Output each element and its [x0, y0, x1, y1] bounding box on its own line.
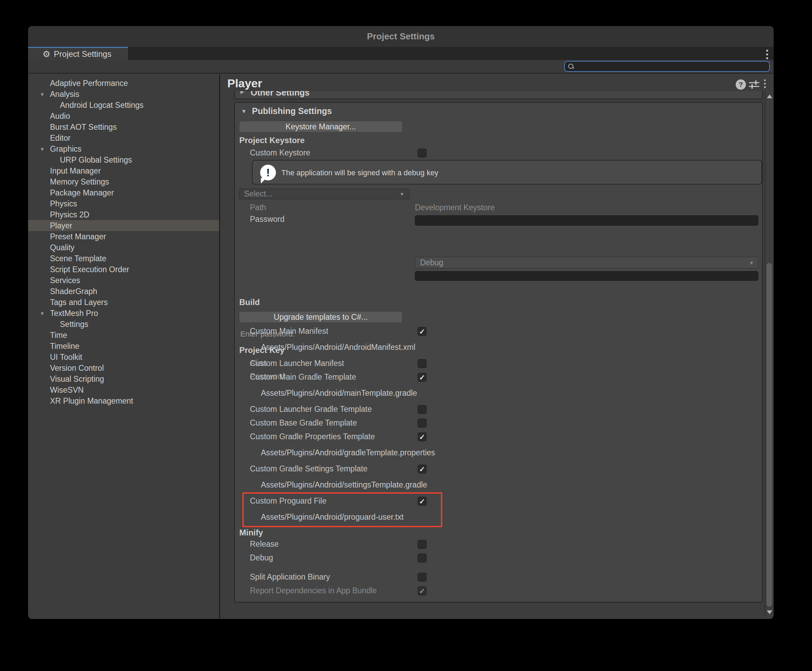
keystore-password-field[interactable] — [415, 215, 758, 226]
setting-row-split-application-binary: Split Application Binary — [235, 571, 761, 584]
info-text: The application will be signed with a de… — [281, 160, 439, 185]
setting-row-custom-base-gradle-template: Custom Base Gradle Template — [235, 416, 761, 430]
sidebar-item-settings[interactable]: Settings — [28, 319, 219, 330]
sidebar-item-physics[interactable]: Physics — [28, 198, 219, 209]
sidebar-item-label: Adaptive Performance — [50, 79, 128, 88]
key-password-field[interactable] — [415, 271, 758, 281]
sidebar-item-input-manager[interactable]: Input Manager — [28, 165, 219, 176]
scroll-down-icon[interactable] — [767, 610, 772, 614]
sidebar-item-urp-global-settings[interactable]: URP Global Settings — [28, 154, 219, 165]
sidebar-item-quality[interactable]: Quality — [28, 242, 219, 253]
keystore-manager-button[interactable]: Keystore Manager... — [239, 121, 403, 133]
search-toolbar — [28, 60, 774, 73]
asset-path-row: Assets/Plugins/Android/settingsTemplate.… — [235, 478, 761, 492]
sidebar-item-audio[interactable]: Audio — [28, 111, 219, 121]
setting-label: Custom Base Gradle Template — [250, 418, 357, 427]
checkbox-custom-base-gradle-template[interactable] — [418, 419, 427, 427]
foldout-open-icon[interactable]: ▼ — [40, 146, 45, 152]
preset-sliders-icon[interactable] — [749, 79, 759, 90]
dropdown-value: Debug — [420, 257, 443, 268]
checkbox-custom-main-gradle-template[interactable] — [418, 373, 427, 382]
sidebar-item-label: Scene Template — [50, 254, 106, 263]
tab-project-settings[interactable]: ⚙ Project Settings — [28, 47, 128, 60]
sidebar-item-services[interactable]: Services — [28, 275, 219, 286]
project-settings-window: Project Settings ⚙ Project Settings Adap… — [28, 26, 774, 619]
foldout-open-icon[interactable]: ▼ — [40, 91, 45, 97]
checkbox-custom-gradle-settings-template[interactable] — [418, 465, 427, 473]
setting-row-custom-gradle-settings-template: Custom Gradle Settings Template — [235, 462, 761, 476]
help-icon[interactable]: ? — [735, 79, 746, 90]
sidebar-item-label: Physics — [50, 199, 77, 208]
sidebar-item-timeline[interactable]: Timeline — [28, 341, 219, 352]
vertical-scrollbar[interactable] — [765, 91, 773, 616]
sidebar-item-physics-2d[interactable]: Physics 2D — [28, 209, 219, 220]
sidebar-item-label: URP Global Settings — [60, 155, 132, 165]
sidebar-item-label: Version Control — [50, 364, 104, 373]
foldout-open-icon[interactable]: ▼ — [241, 108, 247, 115]
sidebar-item-player[interactable]: Player — [28, 220, 219, 231]
sidebar-item-graphics[interactable]: ▼Graphics — [28, 143, 219, 154]
keystore-select-dropdown[interactable]: Select... ▼ — [239, 189, 409, 199]
sidebar-item-label: Settings — [60, 320, 89, 329]
sidebar-item-label: Audio — [50, 112, 70, 121]
kebab-menu-icon[interactable] — [766, 49, 768, 59]
asset-path: Assets/Plugins/Android/gradleTemplate.pr… — [261, 448, 435, 457]
search-box[interactable] — [564, 61, 770, 72]
sidebar-item-textmesh-pro[interactable]: ▼TextMesh Pro — [28, 308, 219, 319]
sidebar-item-label: Physics 2D — [50, 210, 89, 220]
sidebar-item-scene-template[interactable]: Scene Template — [28, 253, 219, 264]
setting-row-custom-main-gradle-template: Custom Main Gradle Template — [235, 370, 761, 384]
sidebar-item-android-logcat-settings[interactable]: Android Logcat Settings — [28, 100, 219, 111]
checkbox-release[interactable] — [418, 540, 427, 549]
checkbox-custom-proguard-file[interactable] — [418, 497, 427, 506]
section-header: Other Settings — [250, 91, 310, 97]
scrollbar-thumb[interactable] — [766, 263, 772, 606]
sidebar-item-shadergraph[interactable]: ShaderGraph — [28, 286, 219, 297]
sidebar-item-memory-settings[interactable]: Memory Settings — [28, 176, 219, 187]
sidebar-item-burst-aot-settings[interactable]: Burst AOT Settings — [28, 121, 219, 133]
search-input[interactable] — [577, 61, 766, 71]
custom-keystore-checkbox[interactable] — [418, 148, 427, 157]
checkbox-custom-gradle-properties-template[interactable] — [418, 433, 427, 441]
sidebar-item-analysis[interactable]: ▼Analysis — [28, 89, 219, 100]
sidebar-item-time[interactable]: Time — [28, 330, 219, 341]
sidebar-item-label: Player — [50, 221, 72, 230]
sidebar-item-ui-toolkit[interactable]: UI Toolkit — [28, 352, 219, 363]
sidebar-item-version-control[interactable]: Version Control — [28, 363, 219, 373]
sidebar-item-package-manager[interactable]: Package Manager — [28, 187, 219, 198]
checkbox-custom-launcher-gradle-template[interactable] — [418, 405, 427, 414]
alias-dropdown[interactable]: Debug ▼ — [415, 257, 758, 268]
foldout-closed-icon[interactable]: ▶ — [240, 91, 244, 95]
other-settings-section[interactable]: ▶ Other Settings — [234, 91, 763, 99]
kebab-menu-icon[interactable] — [764, 79, 766, 88]
sidebar-item-label: ShaderGraph — [50, 287, 97, 296]
sidebar-item-script-execution-order[interactable]: Script Execution Order — [28, 264, 219, 275]
sidebar-item-label: Preset Manager — [50, 232, 106, 241]
sidebar-item-tags-and-layers[interactable]: Tags and Layers — [28, 297, 219, 308]
sidebar-item-label: Services — [50, 276, 80, 285]
sidebar-item-label: Visual Scripting — [50, 375, 104, 384]
checkbox-custom-main-manifest[interactable] — [418, 327, 427, 336]
sidebar-item-label: Android Logcat Settings — [60, 100, 143, 110]
sidebar-item-preset-manager[interactable]: Preset Manager — [28, 231, 219, 242]
chevron-down-icon: ▼ — [749, 260, 754, 266]
window-titlebar[interactable]: Project Settings — [28, 26, 774, 47]
setting-row-custom-launcher-manifest: Custom Launcher Manifest — [235, 357, 761, 370]
sidebar-item-visual-scripting[interactable]: Visual Scripting — [28, 373, 219, 385]
sidebar-item-wisesvn[interactable]: WiseSVN — [28, 385, 219, 395]
sidebar-item-xr-plugin-management[interactable]: XR Plugin Management — [28, 395, 219, 406]
window-title: Project Settings — [28, 26, 774, 47]
sidebar-item-adaptive-performance[interactable]: Adaptive Performance — [28, 78, 219, 89]
build-rows: Custom Main ManifestAssets/Plugins/Andro… — [235, 325, 761, 598]
checkbox-custom-launcher-manifest[interactable] — [418, 359, 427, 368]
setting-label: Custom Gradle Settings Template — [250, 464, 367, 473]
scroll-up-icon[interactable] — [767, 94, 772, 98]
upgrade-templates-button[interactable]: Upgrade templates to C#... — [239, 311, 403, 323]
player-settings-panel: Player ? ▶ Other Settings ▼ Publishing S… — [220, 74, 774, 619]
sidebar-item-editor[interactable]: Editor — [28, 133, 219, 143]
sidebar-item-label: Time — [50, 331, 67, 340]
checkbox-report-dependencies-in-app-bundle — [418, 586, 427, 595]
foldout-open-icon[interactable]: ▼ — [40, 310, 45, 316]
checkbox-split-application-binary[interactable] — [418, 573, 427, 582]
checkbox-debug[interactable] — [418, 553, 427, 562]
